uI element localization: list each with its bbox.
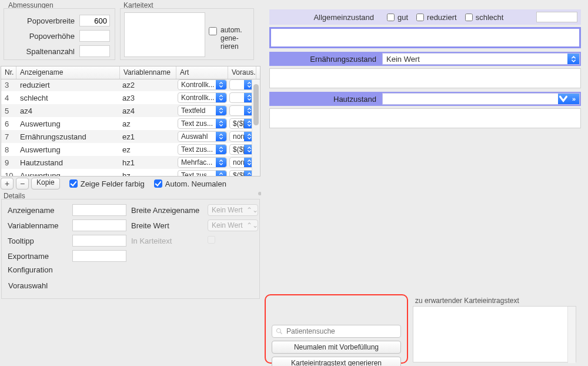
karteitext-generieren-button[interactable]: Karteieintragstext generieren (272, 357, 401, 366)
table-row[interactable]: 8AuswertungezText zus...$($[ez... (1, 143, 260, 156)
cell-art-select[interactable]: Text zus... (178, 118, 227, 129)
spaltenanzahl-label: Spaltenanzahl (9, 47, 79, 56)
col-vorauswahl[interactable]: Voraus... (228, 66, 256, 79)
det-exportname-label: Exportname (8, 252, 72, 261)
col-art[interactable]: Art (176, 66, 228, 79)
autom-generieren-checkbox[interactable]: autom. gene- rieren (209, 26, 242, 51)
remove-row-button[interactable]: − (16, 178, 29, 189)
det-breite-anzeigename-select[interactable]: Kein Wert⌃⌄ (208, 204, 258, 216)
cell-art-select[interactable]: Text zus... (178, 170, 227, 177)
col-nr[interactable]: Nr. (1, 66, 16, 79)
neumalen-button[interactable]: Neumalen mit Vorbefüllung (272, 341, 401, 354)
patientensuche-input[interactable] (286, 327, 397, 335)
table-row[interactable]: 9Hautzustandhz1Mehrfac...normal (1, 156, 260, 169)
cell-anzeigename: schlecht (16, 94, 120, 102)
dimensions-group: Popoverbreite Popoverhöhe Spaltenanzahl (4, 8, 115, 60)
det-in-karteitext-label: In Karteitext (131, 237, 208, 245)
zeige-felder-farbig-checkbox[interactable]: Zeige Felder farbig (69, 179, 145, 188)
spaltenanzahl-input[interactable] (79, 45, 110, 57)
col-anzeigename[interactable]: Anzeigename (16, 66, 120, 79)
cell-nr: 10 (1, 171, 16, 177)
expected-scrollbar[interactable] (567, 307, 576, 363)
hautzustand-row: Hautzustand » (269, 92, 581, 106)
table-row[interactable]: 3reduziertaz2Kontrollk... (1, 79, 260, 91)
az-auswertung-field[interactable] (269, 27, 581, 48)
cell-variablenname: ez (120, 145, 176, 154)
add-row-button[interactable]: + (1, 178, 14, 189)
chevron-down-icon (558, 94, 569, 104)
det-konfiguration-label: Konfiguration (8, 265, 72, 274)
cell-nr: 4 (1, 94, 16, 102)
ez-auswertung-field[interactable] (269, 68, 581, 88)
cell-anzeigename: Hautzustand (16, 158, 120, 167)
cell-nr: 8 (1, 145, 16, 154)
cell-nr: 6 (1, 119, 16, 128)
det-vorauswahl-label: Vorauswahl (8, 281, 48, 290)
ernaehrungszustand-label: Ernährungszustand (269, 55, 381, 64)
cell-nr: 9 (1, 158, 16, 167)
patientensuche-field[interactable] (272, 325, 401, 338)
cell-variablenname: az3 (120, 94, 176, 102)
det-tooltipp-input[interactable] (72, 235, 126, 247)
det-breite-wert-select[interactable]: Kein Wert⌃⌄ (208, 219, 258, 231)
cell-variablenname: az4 (120, 107, 176, 115)
cell-anzeigename: reduziert (16, 81, 120, 89)
table-row[interactable]: 6AuswertungazText zus...$($[az... (1, 117, 260, 130)
popoverhoehe-input[interactable] (79, 30, 110, 42)
cell-anzeigename: Auswertung (16, 145, 120, 154)
table-scroll-thumb[interactable] (253, 84, 259, 125)
det-anzeigename-input[interactable] (72, 204, 126, 216)
cell-art-select[interactable]: Auswahl (178, 131, 227, 142)
table-row[interactable]: 5az4az4Textfeld (1, 104, 260, 117)
det-variablenname-input[interactable] (72, 219, 126, 231)
autom-neumalen-checkbox[interactable]: Autom. Neumalen (154, 179, 226, 188)
karteitext-group: autom. gene- rieren (120, 8, 254, 60)
cell-variablenname: ez1 (120, 132, 176, 141)
det-tooltipp-label: Tooltipp (8, 237, 72, 245)
col-variablenname[interactable]: Variablenname (120, 66, 176, 79)
cell-art-select[interactable]: Text zus... (178, 144, 227, 155)
cell-nr: 7 (1, 132, 16, 141)
cell-art-select[interactable]: Kontrollk... (178, 92, 227, 103)
expected-text-label: zu erwartender Karteieintragstext (415, 297, 519, 305)
svg-line-1 (280, 332, 282, 334)
popoverhoehe-label: Popoverhöhe (9, 32, 79, 41)
expected-text-area[interactable] (413, 306, 576, 362)
det-exportname-input[interactable] (72, 250, 126, 262)
cell-art-select[interactable]: Textfeld (178, 105, 227, 116)
cell-variablenname: hz (120, 171, 176, 177)
cell-variablenname: az2 (120, 81, 176, 89)
ernaehrungszustand-select[interactable]: Kein Wert (382, 53, 580, 65)
karteitext-textarea[interactable] (124, 12, 205, 57)
det-variablenname-label: Variablenname (8, 221, 72, 230)
hautzustand-label: Hautzustand (269, 95, 381, 104)
det-breite-anzeigename-label: Breite Anzeigename (131, 206, 208, 215)
fields-table: Nr. Anzeigename Variablenname Art Voraus… (1, 66, 260, 177)
hautzustand-multiselect[interactable]: » (382, 93, 580, 105)
cell-art-select[interactable]: Kontrollk... (178, 79, 227, 90)
az4-textfield[interactable] (536, 12, 577, 22)
table-row[interactable]: 7Ernährungszustandez1Auswahlnormal (1, 130, 260, 143)
table-row[interactable]: 4schlechtaz3Kontrollk... (1, 91, 260, 104)
gut-checkbox[interactable]: gut (387, 13, 408, 22)
cell-anzeigename: az4 (16, 107, 120, 115)
cell-anzeigename: Auswertung (16, 171, 120, 177)
cell-variablenname: az (120, 119, 176, 128)
ernaehrungszustand-row: Ernährungszustand Kein Wert (269, 52, 581, 66)
schlecht-checkbox[interactable]: schlecht (465, 13, 504, 22)
reduziert-checkbox[interactable]: reduziert (416, 13, 457, 22)
table-header: Nr. Anzeigename Variablenname Art Voraus… (1, 66, 260, 79)
det-breite-wert-label: Breite Wert (131, 221, 208, 230)
table-scrollbar[interactable] (252, 79, 260, 177)
table-toolbar: + − Kopie Zeige Felder farbig Autom. Neu… (1, 177, 260, 191)
kopie-button[interactable]: Kopie (31, 178, 60, 189)
table-row[interactable]: 10AuswertunghzText zus...$($[hz... (1, 169, 260, 177)
cell-art-select[interactable]: Mehrfac... (178, 157, 227, 168)
hz-auswertung-field[interactable] (269, 108, 581, 128)
cell-variablenname: hz1 (120, 158, 176, 167)
search-icon (276, 328, 283, 335)
popoverbreite-label: Popoverbreite (9, 16, 79, 25)
cell-nr: 5 (1, 107, 16, 115)
popoverbreite-input[interactable] (79, 15, 110, 26)
cell-nr: 3 (1, 81, 16, 89)
